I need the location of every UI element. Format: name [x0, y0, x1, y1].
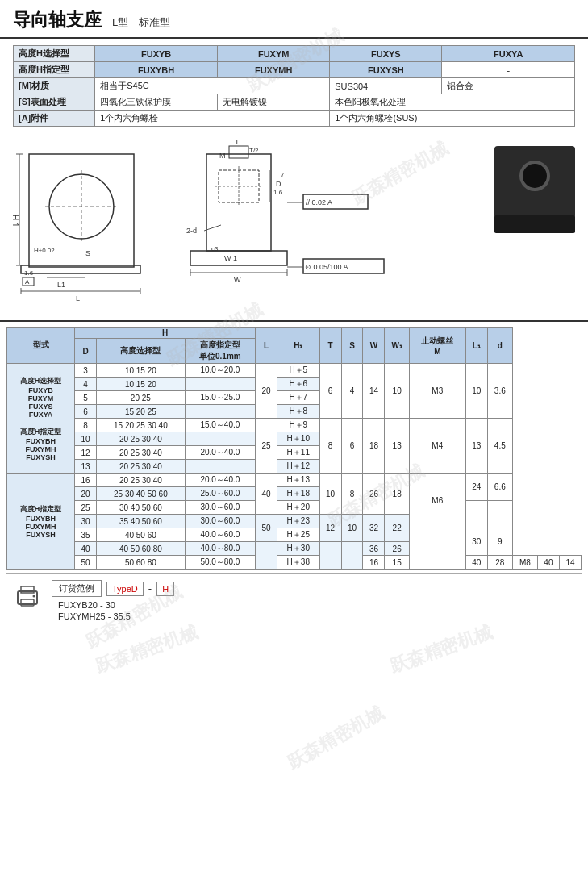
- cell-d-6.6: 6.6: [487, 474, 512, 501]
- cell-d-empty: [487, 501, 512, 528]
- cell-heights: 35 40 50 60: [97, 515, 186, 528]
- cell-d: 35: [75, 528, 97, 542]
- spec-row-5: [A]附件 1个内六角螺栓 1个内六角螺栓(SUS): [14, 111, 575, 127]
- cell-S-6: 6: [341, 419, 363, 474]
- cell-heights: 20 25 30 40: [97, 446, 186, 460]
- cell-H1: H＋23: [277, 515, 319, 528]
- cell-d: 25: [75, 501, 97, 515]
- watermark-6: 跃森精密机械: [283, 701, 387, 775]
- cell-H1: H＋25: [277, 528, 319, 542]
- watermark-bottom-1: 跃森精密机械: [93, 620, 201, 678]
- table-row: 35 40 50 60 40.0～60.0 H＋25 30 9: [7, 528, 582, 542]
- cell-L1-40: 40: [537, 556, 559, 570]
- col-W1: W₁: [385, 328, 409, 364]
- cell-range: 25.0～60.0: [185, 487, 255, 501]
- cell-heights: 40 50 60 80: [97, 542, 186, 556]
- page-subtitle-1: L型: [112, 16, 128, 28]
- cell-heights: 20 25 30 40: [97, 460, 186, 474]
- cell-H1: H＋13: [277, 474, 319, 487]
- spec-row-4: [S]表面处理 四氧化三铁保护膜 无电解镀镍 本色阳极氧化处理: [14, 94, 575, 111]
- cell-d: 20: [75, 487, 97, 501]
- spec-material-2: SUS304: [330, 78, 442, 94]
- cell-T-8: 8: [319, 419, 341, 474]
- spec-fuxya: FUXYA: [442, 46, 575, 62]
- col-S: S: [341, 328, 363, 364]
- cell-range: 40.0～80.0: [185, 542, 255, 556]
- cell-heights: 10 15 20: [97, 378, 186, 391]
- cell-T-6: 6: [319, 364, 341, 419]
- svg-text:W: W: [234, 276, 241, 284]
- cell-range: 20.0～40.0: [185, 446, 255, 460]
- table-header-row-1: 型式 H L H₁ T S W W₁ 止动螺丝M L₁ d: [7, 328, 582, 339]
- spec-fuxys: FUXYS: [330, 46, 442, 62]
- cell-M6: M6: [409, 474, 465, 528]
- cell-heights: 15 20 25 30 40: [97, 419, 186, 432]
- cell-M4: M4: [409, 419, 465, 474]
- cell-H1: H＋9: [277, 419, 319, 432]
- spec-surface-3: 本色阳极氧化处理: [330, 94, 575, 111]
- cell-H1: H＋11: [277, 446, 319, 460]
- spec-label-2: 高度H指定型: [14, 62, 95, 78]
- col-range: 高度指定型单位0.1mm: [185, 339, 255, 364]
- cell-range: 15.0～40.0: [185, 419, 255, 432]
- technical-drawing: H 1 H±0.02 L1 L S 1.6 A T: [13, 130, 465, 315]
- page-header: 导向轴支座 L型 标准型: [0, 0, 588, 39]
- spec-row-1: 高度H选择型 FUXYB FUXYM FUXYS FUXYA: [14, 46, 575, 62]
- cell-W1-28: 28: [487, 556, 512, 570]
- table-row: 高度H选择型FUXYBFUXYMFUXYSFUXYA高度H指定型FUXYBHFU…: [7, 364, 582, 378]
- cell-S-15: [341, 542, 363, 570]
- cell-d: 40: [75, 542, 97, 556]
- cell-H1: H＋5: [277, 364, 319, 378]
- cell-d: 3: [75, 364, 97, 378]
- cell-L-65: [256, 542, 277, 570]
- bottom-watermarks: 跃森精密机械 跃森精密机械: [0, 629, 588, 661]
- order-label: 订货范例: [52, 580, 102, 597]
- spec-fuxymh: FUXYMH: [218, 62, 330, 78]
- order-examples: FUXYB20 - 30 FUXYMH25 - 35.5: [52, 600, 174, 621]
- svg-text:T/2: T/2: [249, 147, 259, 154]
- cell-range: 20.0～40.0: [185, 474, 255, 487]
- cell-range: 40.0～60.0: [185, 528, 255, 542]
- col-L1: L₁: [465, 328, 487, 364]
- cell-heights: 20 25 30 40: [97, 432, 186, 446]
- cell-heights: 15 20 25: [97, 405, 186, 419]
- cell-range: [185, 432, 255, 446]
- product-photo: [478, 130, 575, 317]
- cell-H1: H＋10: [277, 432, 319, 446]
- cell-T-12: 12: [319, 515, 341, 542]
- cell-L1-10: 10: [465, 364, 487, 419]
- cell-H1: H＋18: [277, 487, 319, 501]
- cell-range: [185, 378, 255, 391]
- cell-T-10: 10: [319, 474, 341, 515]
- cell-M8-val: M8: [512, 556, 537, 570]
- cell-H1: H＋7: [277, 391, 319, 405]
- cell-S-8: 8: [341, 474, 363, 515]
- cell-d: 4: [75, 378, 97, 391]
- spec-label-4: [S]表面处理: [14, 94, 95, 111]
- cell-W-32: 32: [363, 515, 385, 542]
- order-content: 订货范例 TypeD - H FUXYB20 - 30 FUXYMH25 - 3…: [52, 580, 174, 623]
- col-W: W: [363, 328, 385, 364]
- spec-surface-1: 四氧化三铁保护膜: [95, 94, 218, 111]
- spec-fuxyb: FUXYB: [95, 46, 218, 62]
- cell-H1: H＋12: [277, 460, 319, 474]
- col-H1: H₁: [277, 328, 319, 364]
- cell-heights: 20 25 30 40: [97, 474, 186, 487]
- main-table-wrap: 型式 H L H₁ T S W W₁ 止动螺丝M L₁ d D 高度选择型 高度…: [0, 320, 588, 573]
- svg-text:T: T: [235, 138, 240, 146]
- cell-L1-30: 30: [465, 528, 487, 556]
- cell-heights: 20 25: [97, 391, 186, 405]
- spec-material-3: 铝合金: [442, 78, 575, 94]
- cell-W1-22: 22: [385, 515, 409, 542]
- table-row: 8 15 20 25 30 40 15.0～40.0 25 H＋9 8 6 18…: [7, 419, 582, 432]
- col-T: T: [319, 328, 341, 364]
- svg-rect-32: [190, 251, 287, 265]
- spec-accessory-2: 1个内六角螺栓(SUS): [330, 111, 575, 127]
- group-label-2: 高度H指定型FUXYBHFUXYMHFUXYSH: [7, 474, 75, 570]
- order-dash-1: -: [148, 582, 152, 595]
- cell-d: 6: [75, 405, 97, 419]
- cell-d: 12: [75, 446, 97, 460]
- watermark-bottom-2: 跃森精密机械: [387, 620, 495, 678]
- page-subtitle-2: 标准型: [139, 16, 170, 28]
- svg-text:A: A: [25, 278, 30, 286]
